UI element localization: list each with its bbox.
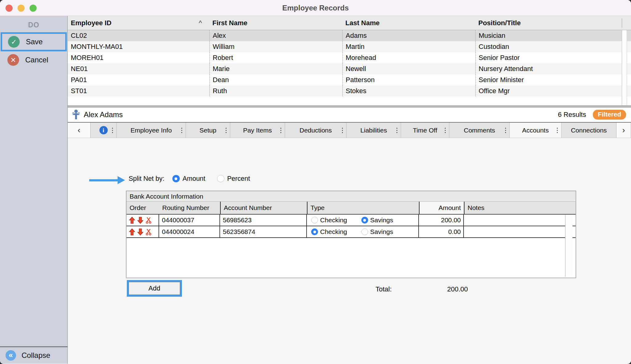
total-label: Total: <box>376 285 400 293</box>
tab-setup[interactable]: Setup <box>186 123 230 138</box>
tab-options-icon[interactable] <box>181 128 182 133</box>
tab-options-icon[interactable] <box>396 128 397 133</box>
column-header-amount[interactable]: Amount <box>419 202 464 214</box>
notes-field[interactable] <box>464 226 568 237</box>
move-down-button[interactable] <box>137 216 144 224</box>
table-row[interactable]: NE01 Marie Newell Nursery Attendant <box>68 63 631 74</box>
column-header-last-name[interactable]: Last Name <box>342 16 475 30</box>
move-up-button[interactable] <box>128 216 136 224</box>
tab-liabilities[interactable]: Liabilities <box>347 123 401 138</box>
tab-options-icon[interactable] <box>445 128 446 133</box>
minimize-window-button[interactable] <box>18 5 25 12</box>
cancel-button-label: Cancel <box>25 56 48 64</box>
tab-options-icon[interactable] <box>280 128 281 133</box>
table-row[interactable]: CL02 Alex Adams Musician <box>68 30 631 41</box>
tab-scroll-right-button[interactable]: › <box>617 123 631 138</box>
save-button[interactable]: ✓ Save <box>2 34 65 50</box>
table-row[interactable]: MOREH01 Robert Morehead Senior Pastor <box>68 52 631 63</box>
tab-time-off[interactable]: Time Off <box>401 123 449 138</box>
main-area: Employee ID ^ First Name Last Name Posit… <box>68 16 631 364</box>
record-name: Alex Adams <box>84 110 123 119</box>
tab-bar: ‹ i Employee Info Setup Pay Items <box>68 123 631 138</box>
total-row: Total: 200.00 <box>376 285 468 293</box>
routing-number-field[interactable]: 044000037 <box>159 215 220 226</box>
tab-accounts[interactable]: Accounts <box>510 123 561 138</box>
save-highlight-annotation: ✓ Save <box>1 32 67 51</box>
table-row[interactable]: MONTHLY-MA01 William Martin Custodian <box>68 41 631 52</box>
bank-panel-title: Bank Account Information <box>127 191 576 202</box>
move-down-button[interactable] <box>137 228 144 236</box>
collapse-button[interactable]: « Collapse <box>0 346 67 364</box>
column-header-account: Account Number <box>220 202 307 214</box>
employee-table-header: Employee ID ^ First Name Last Name Posit… <box>68 16 631 30</box>
cancel-button[interactable]: ✕ Cancel <box>0 51 67 69</box>
filtered-badge[interactable]: Filtered <box>593 110 626 120</box>
add-highlight-annotation: Add <box>127 280 182 297</box>
scissors-icon <box>146 228 152 235</box>
tab-options-icon[interactable] <box>557 128 558 133</box>
vertical-scrollbar-track[interactable] <box>622 30 627 105</box>
vertical-scrollbar-track[interactable] <box>565 215 573 277</box>
selected-record-bar: Alex Adams 6 Results Filtered <box>68 107 631 123</box>
up-arrow-icon <box>129 228 135 235</box>
down-arrow-icon <box>137 228 143 235</box>
tab-connections[interactable]: Connections <box>561 123 617 138</box>
radio-savings[interactable] <box>361 217 368 224</box>
collapse-chevron-icon: « <box>6 350 16 361</box>
window-controls <box>6 5 37 12</box>
tab-deductions[interactable]: Deductions <box>285 123 347 138</box>
sidebar-section-header: DO <box>0 16 67 32</box>
tab-scroll-left-button[interactable]: ‹ <box>68 123 90 138</box>
chevron-right-icon: › <box>622 125 625 135</box>
radio-percent[interactable] <box>217 175 224 182</box>
tab-options-icon[interactable] <box>226 128 227 133</box>
move-up-button[interactable] <box>128 228 136 236</box>
results-count: 6 Results <box>558 111 586 119</box>
tab-comments[interactable]: Comments <box>449 123 510 138</box>
sort-ascending-icon: ^ <box>199 19 202 27</box>
tab-options-icon[interactable] <box>505 128 506 133</box>
column-header-first-name[interactable]: First Name <box>209 16 342 30</box>
radio-checking[interactable] <box>311 228 318 235</box>
column-header-routing: Routing Number <box>159 202 220 214</box>
window-title: Employee Records <box>282 4 349 12</box>
table-row[interactable]: PA01 Dean Patterson Senior Minister <box>68 74 631 85</box>
app-window: Employee Records DO ✓ Save ✕ Cancel « Co… <box>0 0 631 364</box>
scrollbar-header-spacer <box>568 202 576 214</box>
table-row[interactable]: ST01 Ruth Stokes Office Mgr <box>68 85 631 97</box>
check-icon: ✓ <box>8 36 20 48</box>
bank-account-row: 044000024 562356874 Checking Savings 0.0… <box>127 226 576 238</box>
close-window-button[interactable] <box>6 5 13 12</box>
up-arrow-icon <box>129 217 135 224</box>
tab-options-icon[interactable] <box>342 128 343 133</box>
total-value: 200.00 <box>400 285 468 293</box>
radio-amount[interactable] <box>172 175 180 182</box>
column-header-employee-id[interactable]: Employee ID ^ <box>68 16 209 30</box>
employee-person-icon <box>72 109 80 120</box>
delete-row-button[interactable] <box>145 228 152 236</box>
radio-checking[interactable] <box>311 217 318 224</box>
zoom-window-button[interactable] <box>30 5 37 12</box>
tab-options-icon[interactable] <box>112 128 113 133</box>
scissors-icon <box>146 217 152 224</box>
info-icon: i <box>99 126 108 134</box>
radio-percent-label: Percent <box>227 175 250 183</box>
tab-employee-info[interactable]: Employee Info <box>117 123 186 138</box>
radio-amount-label: Amount <box>183 175 205 183</box>
column-header-position-title[interactable]: Position/Title <box>475 16 631 30</box>
account-number-field[interactable]: 56985623 <box>220 215 307 226</box>
amount-field[interactable]: 200.00 <box>419 215 464 226</box>
delete-row-button[interactable] <box>145 216 152 224</box>
tab-pay-items[interactable]: Pay Items <box>230 123 285 138</box>
annotation-arrow <box>89 176 125 184</box>
column-header-type: Type <box>307 202 419 214</box>
radio-savings[interactable] <box>361 228 368 235</box>
tab-info[interactable]: i <box>90 123 117 138</box>
notes-field[interactable] <box>464 215 568 226</box>
bank-account-panel: Bank Account Information Order Routing N… <box>126 191 576 278</box>
routing-number-field[interactable]: 044000024 <box>159 226 220 237</box>
account-number-field[interactable]: 562356874 <box>220 226 307 237</box>
scrollbar-divider <box>622 18 622 28</box>
add-button[interactable]: Add <box>129 282 180 295</box>
amount-field[interactable]: 0.00 <box>419 226 464 237</box>
